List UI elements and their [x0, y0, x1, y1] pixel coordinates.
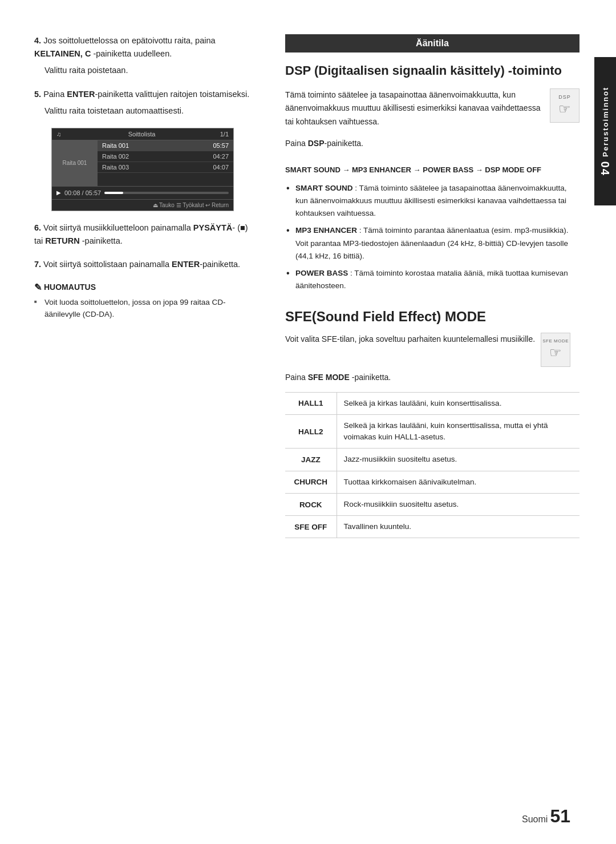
page-footer: Suomi 51: [522, 806, 570, 827]
page-container: 04 Perustoiminnot 4. Jos soittoluettelos…: [0, 0, 616, 844]
hall1-desc: Selkeä ja kirkas laulääni, kuin konsertt…: [337, 392, 579, 414]
sfe-press-text: Paina SFE MODE -painiketta.: [285, 373, 579, 382]
two-column-layout: 4. Jos soittoluettelossa on epätoivottu …: [0, 34, 616, 538]
table-row-rock: ROCK Rock-musiikkiin suositeltu asetus.: [285, 493, 579, 515]
jazz-desc: Jazz-musiikkiin suositeltu asetus.: [337, 449, 579, 471]
sfe-table: HALL1 Selkeä ja kirkas laulääni, kuin ko…: [285, 392, 579, 539]
sfe-description: Voit valita SFE-tilan, joka soveltuu par…: [285, 333, 579, 367]
step-4-intro: Jos soittoluettelossa on epätoivottu rai…: [43, 36, 215, 45]
step-5-text: 5. Paina ENTER-painiketta valittujen rai…: [34, 88, 251, 101]
bullet-3-label: POWER BASS: [295, 269, 348, 277]
bullet-item-1: SMART SOUND : Tämä toiminto säätelee ja …: [285, 182, 579, 220]
sfe-finger-icon: ☞: [549, 345, 562, 361]
track-2-time: 04:27: [213, 153, 229, 160]
playlist-header: ♫ Soittolista 1/1: [52, 128, 233, 140]
playlist-screenshot: ♫ Soittolista 1/1 Raita 001 Raita 001 05…: [51, 128, 234, 211]
sfe-button-image: SFE MODE ☞: [541, 333, 570, 367]
dsp-text-area: Tämä toiminto säätelee ja tasapainottaa …: [285, 88, 544, 159]
playlist-header-icon: ♫: [56, 131, 61, 138]
step-4-text: 4. Jos soittoluettelossa on epätoivottu …: [34, 34, 251, 60]
step-5-suffix: -painiketta valittujen raitojen toistami…: [95, 90, 249, 99]
track-3-name: Raita 003: [102, 164, 129, 171]
table-row-jazz: JAZZ Jazz-musiikkiin suositeltu asetus.: [285, 449, 579, 471]
progress-bar: [104, 192, 229, 194]
step-5-subtext: Valittu raita toistetaan automaattisesti…: [44, 104, 251, 118]
track-1-time: 05:57: [213, 142, 229, 149]
playlist-body: Raita 001 Raita 001 05:57 Raita 002 04:2…: [52, 140, 233, 186]
section-header: Äänitila: [285, 34, 579, 53]
track-row-3: Raita 003 04:07: [98, 162, 233, 173]
playlist-footer: ⏏ Tauko ☰ Työkalut ↩ Return: [52, 199, 233, 211]
step-4-highlight: KELTAINEN, C: [34, 49, 91, 58]
play-icon: ▶: [56, 189, 61, 196]
bullet-2-label: MP3 ENHANCER: [295, 226, 357, 235]
finger-icon: ☞: [558, 101, 571, 117]
page-number: 51: [550, 806, 570, 827]
chapter-tab: 04 Perustoiminnot: [594, 57, 616, 205]
table-row-hall1: HALL1 Selkeä ja kirkas laulääni, kuin ko…: [285, 392, 579, 414]
left-column: 4. Jos soittoluettelossa on epätoivottu …: [0, 34, 274, 538]
track-row-1: Raita 001 05:57: [98, 140, 233, 151]
bullet-item-3: POWER BASS : Tämä toiminto korostaa mata…: [285, 267, 579, 293]
progress-bar-fill: [104, 192, 123, 194]
sfeoff-label: SFE OFF: [285, 516, 337, 538]
dsp-press-text: Paina DSP-painiketta.: [285, 137, 544, 151]
dsp-arrow-text: SMART SOUND → MP3 ENHANCER → POWER BASS …: [285, 164, 579, 176]
dsp-section-title: DSP (Digitaalisen signaalin käsittely) -…: [285, 63, 579, 79]
step-6-highlight2: RETURN: [45, 236, 79, 245]
playlist-tracks: Raita 001 05:57 Raita 002 04:27 Raita 00…: [98, 140, 233, 186]
track-3-time: 04:07: [213, 164, 229, 171]
note-item-1: Voit luoda soittoluettelon, jossa on jop…: [34, 296, 251, 321]
bullet-block: SMART SOUND : Tämä toiminto säätelee ja …: [285, 182, 579, 293]
hall2-label: HALL2: [285, 414, 337, 449]
hall1-label: HALL1: [285, 392, 337, 414]
track-2-name: Raita 002: [102, 153, 129, 160]
playlist-progress: ▶ 00:08 / 05:57: [52, 186, 233, 199]
step-7-text: 7. Voit siirtyä soittolistaan painamalla…: [34, 258, 251, 271]
step-7-highlight: ENTER: [172, 260, 200, 269]
sfe-title: SFE(Sound Field Effect) MODE: [285, 309, 579, 325]
chapter-label: Perustoiminnot: [601, 86, 610, 156]
sfe-body-text: Voit valita SFE-tilan, joka soveltuu par…: [285, 333, 535, 346]
album-art-label: Raita 001: [63, 160, 87, 166]
step-5-block: 5. Paina ENTER-painiketta valittujen rai…: [34, 88, 251, 118]
note-icon: ✎: [34, 282, 42, 293]
track-row-2: Raita 002 04:27: [98, 151, 233, 162]
step-5-intro: Paina: [43, 90, 67, 99]
rock-desc: Rock-musiikkiin suositeltu asetus.: [337, 493, 579, 515]
jazz-label: JAZZ: [285, 449, 337, 471]
hall2-desc: Selkeä ja kirkas laulääni, kuin konsertt…: [337, 414, 579, 449]
chapter-number: 04: [599, 161, 612, 176]
table-row-hall2: HALL2 Selkeä ja kirkas laulääni, kuin ko…: [285, 414, 579, 449]
sfe-section: SFE(Sound Field Effect) MODE Voit valita…: [285, 309, 579, 539]
table-row-sfeoff: SFE OFF Tavallinen kuuntelu.: [285, 516, 579, 538]
dsp-label: DSP: [558, 94, 571, 100]
track-1-name: Raita 001: [102, 142, 129, 149]
step-6-block: 6. Voit siirtyä musiikkiluetteloon paina…: [34, 221, 251, 248]
playlist-header-page: 1/1: [220, 131, 229, 138]
step-4-subtext: Valittu raita poistetaan.: [44, 64, 251, 77]
dsp-block: Tämä toiminto säätelee ja tasapainottaa …: [285, 88, 579, 159]
dsp-body-text: Tämä toiminto säätelee ja tasapainottaa …: [285, 88, 544, 129]
playlist-footer-icons: ⏏ Tauko ☰ Työkalut ↩ Return: [153, 202, 229, 208]
sfe-mode-label: SFE MODE: [542, 338, 569, 344]
step-5-highlight: ENTER: [67, 90, 95, 99]
progress-time: 00:08 / 05:57: [64, 189, 101, 196]
right-column: Äänitila DSP (Digitaalisen signaalin käs…: [274, 34, 591, 538]
bullet-item-2: MP3 ENHANCER : Tämä toiminto parantaa ää…: [285, 224, 579, 263]
step-7-block: 7. Voit siirtyä soittolistaan painamalla…: [34, 258, 251, 271]
track-label: Raita 001: [63, 160, 87, 166]
step-6-highlight1: PYSÄYTÄ: [193, 223, 233, 232]
church-label: CHURCH: [285, 471, 337, 493]
playlist-album-art: Raita 001: [52, 140, 98, 186]
note-block: ✎ HUOMAUTUS Voit luoda soittoluettelon, …: [34, 282, 251, 321]
step-4-block: 4. Jos soittoluettelossa on epätoivottu …: [34, 34, 251, 78]
note-title: ✎ HUOMAUTUS: [34, 282, 251, 293]
dsp-button-image: DSP ☞: [550, 88, 579, 123]
church-desc: Tuottaa kirkkomaisen äänivaikutelman.: [337, 471, 579, 493]
playlist-header-title: Soittolista: [128, 131, 156, 138]
note-label: HUOMAUTUS: [44, 282, 96, 292]
step-6-text: 6. Voit siirtyä musiikkiluetteloon paina…: [34, 221, 251, 248]
dsp-press-highlight: DSP: [308, 139, 325, 148]
rock-label: ROCK: [285, 493, 337, 515]
